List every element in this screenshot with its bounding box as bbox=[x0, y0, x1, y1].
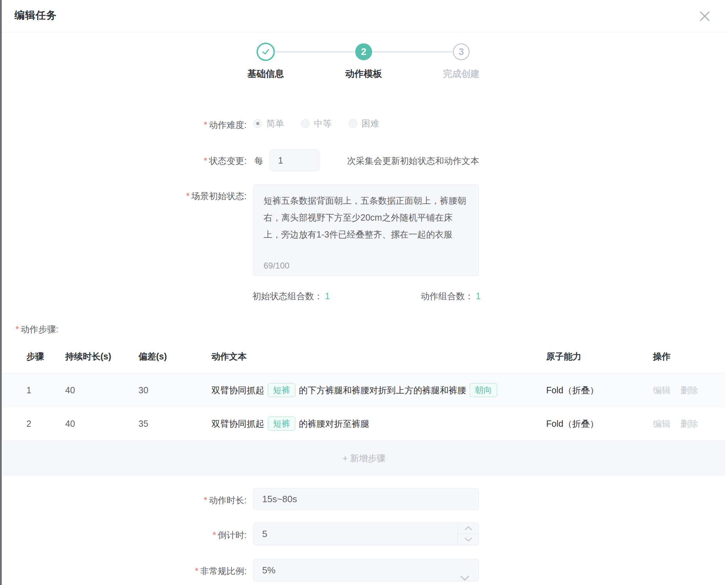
step-label-action-template: 动作模板 bbox=[321, 68, 406, 80]
countdown-value: 5 bbox=[262, 529, 267, 539]
required-mark: * bbox=[204, 156, 207, 166]
cell-action-text: 双臂协同抓起 短裤 的下方裤腿和裤腰对折到上方的裤腿和裤腰 朝向 bbox=[211, 374, 501, 407]
steps-table-header: 步骤 持续时长(s) 偏差(s) 动作文本 原子能力 操作 bbox=[3, 347, 725, 374]
delete-link[interactable]: 删除 bbox=[680, 384, 698, 396]
radio-option-medium[interactable]: 中等 bbox=[301, 118, 332, 129]
decrease-button[interactable] bbox=[458, 534, 479, 545]
char-counter: 69/100 bbox=[264, 261, 289, 271]
chevron-down-icon bbox=[464, 537, 472, 542]
step-2-circle: 2 bbox=[355, 43, 372, 60]
cell-atomic-ability: Fold（折叠） bbox=[546, 407, 599, 440]
step-connector bbox=[372, 51, 452, 53]
select-chevron-down-icon bbox=[460, 567, 469, 585]
required-mark: * bbox=[186, 191, 190, 201]
required-mark: * bbox=[195, 566, 198, 576]
object-tag: 短裤 bbox=[268, 417, 295, 431]
step-1-circle bbox=[257, 43, 275, 61]
increase-button[interactable] bbox=[458, 523, 479, 534]
step-3-circle: 3 bbox=[453, 43, 470, 60]
cell-duration: 40 bbox=[65, 407, 75, 440]
difficulty-label: *动作难度: bbox=[0, 119, 247, 131]
radio-icon-hard bbox=[348, 119, 357, 128]
countdown-label: *倒计时: bbox=[0, 529, 247, 541]
scene-initial-state-value: 短裤五条数据背面朝上，五条数据正面朝上，裤腰朝右，离头部视野下方至少20cm之外… bbox=[264, 192, 470, 243]
cell-action-text: 双臂协同抓起 短裤 的裤腰对折至裤腿 bbox=[211, 407, 369, 440]
cell-duration: 40 bbox=[65, 374, 75, 407]
state-change-suffix: 次采集会更新初始状态和动作文本 bbox=[347, 155, 479, 167]
col-header-operations: 操作 bbox=[653, 351, 671, 362]
unusual-ratio-label: *非常规比例: bbox=[0, 565, 247, 577]
scene-initial-state-textarea[interactable]: 短裤五条数据背面朝上，五条数据正面朝上，裤腰朝右，离头部视野下方至少20cm之外… bbox=[253, 185, 479, 276]
col-header-deviation: 偏差(s) bbox=[138, 351, 167, 362]
col-header-atomic-ability: 原子能力 bbox=[546, 351, 581, 362]
radio-label-easy: 简单 bbox=[266, 118, 284, 129]
scene-initial-state-label: *场景初始状态: bbox=[0, 190, 247, 202]
delete-link[interactable]: 删除 bbox=[680, 418, 698, 430]
radio-label-medium: 中等 bbox=[314, 118, 332, 129]
col-header-step: 步骤 bbox=[26, 351, 44, 362]
cell-operations: 编辑 删除 bbox=[653, 407, 708, 440]
state-change-prefix: 每 bbox=[254, 155, 263, 167]
edit-link[interactable]: 编辑 bbox=[653, 384, 671, 396]
action-duration-input[interactable]: 15s~80s bbox=[253, 488, 479, 510]
difficulty-radio-group: 简单 中等 困难 bbox=[253, 118, 396, 129]
cell-step: 2 bbox=[26, 407, 31, 440]
radio-option-easy[interactable]: 简单 bbox=[253, 118, 284, 129]
action-duration-label: *动作时长: bbox=[0, 494, 247, 506]
action-combo-count: 动作组合数：1 bbox=[421, 290, 481, 302]
countdown-input[interactable]: 5 bbox=[253, 523, 479, 545]
cell-deviation: 30 bbox=[138, 374, 148, 407]
radio-option-hard[interactable]: 困难 bbox=[348, 118, 379, 129]
col-header-duration: 持续时长(s) bbox=[65, 351, 111, 362]
edit-link[interactable]: 编辑 bbox=[653, 418, 671, 430]
wizard-stepper: 2 3 基础信息 动作模板 完成创建 bbox=[0, 0, 728, 85]
orientation-tag: 朝向 bbox=[470, 383, 497, 397]
required-mark: * bbox=[16, 324, 19, 334]
radio-icon-medium bbox=[301, 119, 310, 128]
step-label-finish: 完成创建 bbox=[419, 68, 504, 80]
required-mark: * bbox=[212, 530, 216, 540]
table-row: 2 40 35 双臂协同抓起 短裤 的裤腰对折至裤腿 Fold（折叠） 编辑 删… bbox=[3, 407, 725, 441]
chevron-up-icon bbox=[464, 526, 472, 530]
cell-deviation: 35 bbox=[138, 407, 148, 440]
col-header-action-text: 动作文本 bbox=[211, 351, 247, 362]
initial-state-combo-value: 1 bbox=[325, 291, 330, 301]
step-connector bbox=[275, 51, 355, 53]
cell-operations: 编辑 删除 bbox=[653, 374, 708, 407]
action-steps-label: *动作步骤: bbox=[16, 324, 58, 335]
state-change-label: *状态变更: bbox=[0, 155, 247, 167]
action-combo-value: 1 bbox=[476, 291, 481, 301]
cell-atomic-ability: Fold（折叠） bbox=[546, 374, 599, 407]
step-label-basic-info: 基础信息 bbox=[223, 68, 308, 80]
object-tag: 短裤 bbox=[268, 383, 295, 397]
radio-label-hard: 困难 bbox=[362, 118, 379, 129]
unusual-ratio-value: 5% bbox=[262, 565, 276, 575]
number-spinner bbox=[457, 523, 479, 545]
radio-icon-easy bbox=[253, 119, 262, 128]
table-row: 1 40 30 双臂协同抓起 短裤 的下方裤腿和裤腰对折到上方的裤腿和裤腰 朝向… bbox=[3, 374, 725, 407]
initial-state-combo-count: 初始状态组合数：1 bbox=[252, 290, 330, 302]
edit-task-dialog: 编辑任务 2 3 基础信息 动作模板 完成创建 *动作难度: 简单 bbox=[0, 0, 728, 585]
add-step-label: + 新增步骤 bbox=[343, 452, 385, 464]
unusual-ratio-select[interactable]: 5% bbox=[253, 559, 479, 581]
check-icon bbox=[261, 47, 270, 56]
required-mark: * bbox=[204, 495, 207, 505]
add-step-button[interactable]: + 新增步骤 bbox=[3, 441, 725, 476]
state-change-input[interactable]: 1 bbox=[270, 149, 319, 171]
cell-step: 1 bbox=[26, 374, 31, 407]
required-mark: * bbox=[204, 120, 207, 130]
